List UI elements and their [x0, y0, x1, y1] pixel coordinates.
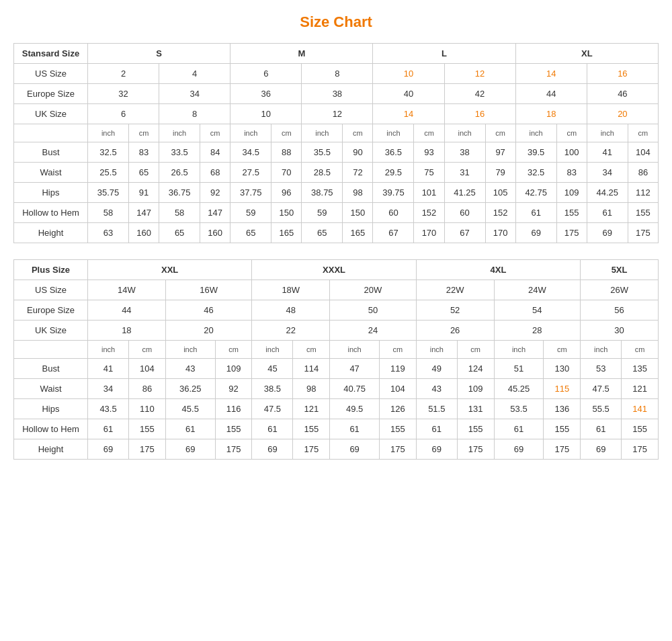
measurement-value: 136 [544, 399, 581, 419]
europe-size-label: Europe Size [14, 84, 88, 104]
measurement-value: 59 [230, 203, 271, 223]
measurement-value: 160 [200, 223, 230, 243]
standard-size-header: Stansard Size [14, 44, 88, 64]
uk-size-label: UK Size [14, 104, 88, 124]
measurement-value: 61 [330, 419, 380, 439]
uk-size-value: 8 [159, 104, 230, 124]
measurement-value: 175 [544, 439, 581, 460]
measurement-value: 65 [230, 223, 271, 243]
measurement-value: 170 [485, 223, 515, 243]
measurement-value: 152 [414, 203, 444, 223]
measurement-label: Waist [14, 163, 88, 183]
measurement-value: 43 [165, 359, 215, 379]
measurement-unit: cm [628, 124, 658, 142]
measurement-unit: inch [230, 124, 271, 142]
measurement-value: 61 [494, 419, 544, 439]
measurement-value: 69 [515, 223, 556, 243]
measurement-value: 51 [494, 359, 544, 379]
measurement-label: Hips [14, 399, 88, 419]
us-size-value: 26W [581, 280, 659, 300]
measurement-value: 160 [129, 223, 159, 243]
measurement-value: 114 [293, 359, 330, 379]
measurement-value: 150 [343, 203, 373, 223]
measurement-label: Bust [14, 142, 88, 163]
uk-size-value: 28 [494, 320, 581, 341]
measurement-value: 69 [252, 439, 293, 460]
measurement-value: 61 [581, 419, 622, 439]
measurement-value: 61 [515, 203, 556, 223]
uk-size-value: 12 [302, 104, 373, 124]
measurement-value: 69 [88, 439, 129, 460]
europe-size-value: 44 [88, 300, 166, 320]
measurement-value: 45.25 [494, 379, 544, 399]
measurement-unit: cm [215, 341, 252, 359]
measurement-value: 175 [628, 223, 658, 243]
measurement-value: 51.5 [416, 399, 457, 419]
measurement-label: Waist [14, 379, 88, 399]
measurement-value: 175 [215, 439, 252, 460]
measurement-value: 39.75 [373, 183, 414, 203]
measurement-value: 33.5 [159, 142, 200, 163]
measurement-value: 61 [416, 419, 457, 439]
measurement-unit: cm [200, 124, 230, 142]
measurement-value: 49 [416, 359, 457, 379]
measurement-value: 53.5 [494, 399, 544, 419]
measurement-label: Height [14, 223, 88, 243]
plus-size-header: Plus Size [14, 260, 88, 280]
measurement-value: 109 [457, 379, 494, 399]
measurement-value: 34 [88, 379, 129, 399]
measurement-value: 58 [159, 203, 200, 223]
measurement-value: 28.5 [302, 163, 343, 183]
measurement-value: 35.75 [88, 183, 129, 203]
measurement-unit: inch [416, 341, 457, 359]
us-size-value: 12 [444, 64, 515, 84]
measurement-value: 147 [200, 203, 230, 223]
measurement-value: 29.5 [373, 163, 414, 183]
measurement-value: 25.5 [88, 163, 129, 183]
measurement-unit: cm [414, 124, 444, 142]
europe-size-value: 40 [373, 84, 444, 104]
measurement-value: 69 [416, 439, 457, 460]
measurement-value: 126 [380, 399, 417, 419]
measurement-unit: cm [556, 124, 587, 142]
measurement-unit: inch [252, 341, 293, 359]
plus-size-table: Plus Size XXL XXXL 4XL 5XL US Size14W16W… [13, 259, 659, 460]
measurement-unit: cm [129, 341, 166, 359]
measurement-value: 104 [628, 142, 658, 163]
measurement-value: 83 [129, 142, 159, 163]
measurement-value: 152 [485, 203, 515, 223]
uk-size-value: 24 [330, 320, 417, 341]
measurement-value: 79 [485, 163, 515, 183]
measurement-unit: inch [581, 341, 622, 359]
measurement-value: 141 [622, 399, 659, 419]
measurement-label: Hollow to Hem [14, 203, 88, 223]
measurement-value: 104 [380, 379, 417, 399]
europe-size-value: 36 [230, 84, 302, 104]
measurement-value: 155 [215, 419, 252, 439]
measurement-label: Bust [14, 359, 88, 379]
measurement-value: 84 [200, 142, 230, 163]
measurement-unit: cm [622, 341, 659, 359]
measurement-value: 45 [252, 359, 293, 379]
measurement-value: 75 [414, 163, 444, 183]
measurement-unit: inch [494, 341, 544, 359]
measurement-value: 170 [414, 223, 444, 243]
measurement-unit: inch [587, 124, 628, 142]
page-title: Size Chart [13, 13, 659, 31]
measurement-value: 98 [343, 183, 373, 203]
m-group-header: M [230, 44, 373, 64]
measurement-value: 155 [293, 419, 330, 439]
uk-size-value: 20 [165, 320, 252, 341]
measurement-value: 175 [622, 439, 659, 460]
measurement-value: 155 [544, 419, 581, 439]
measurement-value: 65 [302, 223, 343, 243]
measurement-unit: cm [293, 341, 330, 359]
measurement-value: 41 [88, 359, 129, 379]
europe-size-value: 32 [88, 84, 159, 104]
europe-size-value: 52 [416, 300, 494, 320]
measurement-value: 130 [544, 359, 581, 379]
europe-size-value: 54 [494, 300, 581, 320]
measurement-value: 116 [215, 399, 252, 419]
measurement-value: 155 [556, 203, 587, 223]
measurement-value: 135 [622, 359, 659, 379]
